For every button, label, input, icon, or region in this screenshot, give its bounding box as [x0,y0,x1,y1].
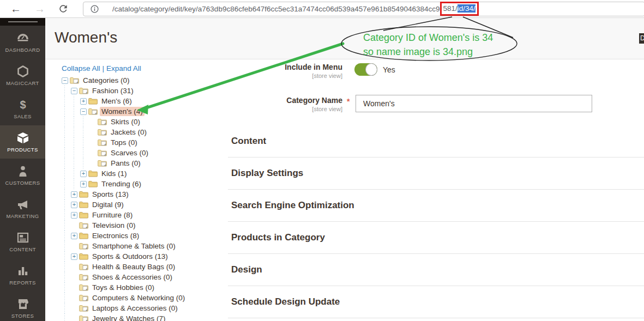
tree-node-label[interactable]: Furniture (8) [91,210,134,220]
tree-guide-line [62,282,71,293]
sidebar-item-products[interactable]: PRODUCTS [0,125,45,159]
expand-toggle-icon[interactable]: + [80,98,87,105]
section-search-engine-optimization[interactable]: Search Engine Optimization [228,190,644,222]
section-content[interactable]: Content [228,125,644,158]
products-icon [16,131,29,144]
tree-node-television-0: Television (0) [52,220,226,231]
sidebar-item-reports[interactable]: REPORTS [0,258,45,292]
tree-node-furniture-8: +Furniture (8) [52,210,226,220]
tree-node-sports-outdoors-13: +Sports & Outdoors (13) [52,251,226,262]
tree-node-scarves-0: Scarves (0) [52,148,226,158]
store-view-scope: [store view] [218,106,342,112]
sidebar-item-label: STORES [11,313,34,319]
tree-node-label[interactable]: Tops (0) [109,138,139,147]
tree-node-label[interactable]: Men's (6) [100,96,134,106]
tree-node-jackets-0: Jackets (0) [52,127,226,137]
sidebar-item-content[interactable]: CONTENT [0,225,45,258]
tree-node-label[interactable]: Pants (0) [109,159,142,168]
tree-node-label[interactable]: Jewelry & Watches (7) [91,314,167,321]
folder-closed-icon [79,211,88,219]
folder-open-icon [79,315,88,321]
sidebar-item-dashboard[interactable]: DASHBOARD [0,26,45,59]
tree-node-label[interactable]: Sports & Outdoors (13) [91,252,170,261]
tree-guide-line [62,127,71,137]
sidebar-item-sales[interactable]: $SALES [0,92,45,125]
tree-node-label[interactable]: Computers & Networking (0) [91,293,186,302]
section-title: Products in Category [231,232,325,243]
folder-open-icon [79,87,88,94]
tree-node-label[interactable]: Electronics (8) [91,231,141,240]
collapse-all-link[interactable]: Collapse All [62,64,100,72]
tree-node-label[interactable]: Women's (4) [100,107,145,116]
category-tree: Collapse All|Expand All −Categories (0)−… [52,64,226,321]
tree-guide-line [71,137,80,148]
sidebar-logo-strip [0,18,45,26]
tree-node-label[interactable]: Jackets (0) [109,128,148,137]
tree-node-label[interactable]: Fashion (31) [91,86,135,95]
sidebar-item-label: CONTENT [9,246,36,252]
expand-toggle-icon[interactable]: + [71,253,77,260]
tree-guide-line [62,199,71,210]
section-products-in-category[interactable]: Products in Category [228,222,644,254]
folder-open-icon [98,118,107,125]
tree-node-label[interactable]: Smartphone & Tablets (0) [91,241,177,251]
magento-category-edit-page: ← → /catalog/category/edit/key/a763db9c8… [0,0,644,321]
browser-forward-icon[interactable]: → [32,1,48,16]
section-display-settings[interactable]: Display Settings [228,158,644,190]
url-bar[interactable]: /catalog/category/edit/key/a763db9c86cfe… [83,2,644,16]
browser-back-icon[interactable]: ← [8,1,24,16]
tree-node-smartphone-tablets-0: Smartphone & Tablets (0) [52,241,226,251]
tree-node-label[interactable]: Digital (9) [91,200,125,209]
expand-toggle-icon[interactable]: + [80,181,87,187]
tree-node-sports-13: +Sports (13) [52,189,226,199]
tree-guide-line [62,137,71,148]
tree-node-label[interactable]: Skirts (0) [109,117,142,126]
sidebar-item-label: REPORTS [9,280,36,286]
tree-node-label[interactable]: Toys & Hobbies (0) [91,283,156,292]
tree-node-label[interactable]: Television (0) [91,221,137,230]
expand-toggle-icon[interactable]: + [71,212,77,219]
sidebar-item-stores[interactable]: STORES [0,292,45,321]
delete-button-partial[interactable]: D [639,33,644,44]
collapse-toggle-icon[interactable]: − [80,108,87,115]
category-name-input[interactable] [356,95,592,112]
expand-toggle-icon[interactable]: + [71,233,77,239]
include-in-menu-toggle[interactable] [354,63,377,76]
sidebar-item-marketing[interactable]: MARKETING [0,192,45,225]
tree-node-digital-9: +Digital (9) [52,199,226,210]
tree-node-label[interactable]: Sports (13) [91,190,130,199]
tree-guide-line [62,158,71,168]
expand-toggle-icon[interactable]: + [80,171,87,177]
tree-node-kids-1: +Kids (1) [52,168,226,179]
tree-node-fashion-31: −Fashion (31) [52,86,226,96]
section-design[interactable]: Design [228,254,644,286]
expand-toggle-icon[interactable]: + [71,191,77,198]
url-text[interactable]: /catalog/category/edit/key/a763db9c86cfe… [112,5,479,13]
tree-guide-line [62,241,71,251]
section-schedule-design-update[interactable]: Schedule Design Update [228,286,644,318]
folder-open-icon [79,243,88,250]
tree-guide-line [62,220,71,231]
tree-node-label[interactable]: Laptops & Accessories (0) [91,304,179,313]
section-title: Display Settings [231,168,303,179]
folder-open-icon [98,129,107,136]
browser-reload-icon[interactable] [58,3,69,14]
sidebar-item-magiccart[interactable]: MAGICCART [0,59,45,92]
tree-node-label[interactable]: Health & Beauty Bags (0) [91,262,177,271]
expand-all-link[interactable]: Expand All [106,64,141,72]
tree-node-label[interactable]: Kids (1) [100,169,129,178]
tree-node-shoes-accessories-0: Shoes & Accessories (0) [52,272,226,282]
sidebar-item-customers[interactable]: CUSTOMERS [0,159,45,192]
folder-closed-icon [79,232,88,239]
collapse-toggle-icon[interactable]: − [62,77,68,84]
page-title: Women's [55,29,117,46]
expand-toggle-icon[interactable]: + [71,202,77,208]
collapse-toggle-icon[interactable]: − [71,88,77,94]
info-icon[interactable] [90,4,99,14]
sidebar-item-label: DASHBOARD [5,47,40,53]
tree-node-label[interactable]: Scarves (0) [109,148,150,158]
tree-node-label[interactable]: Trending (6) [100,179,143,189]
tree-node-label[interactable]: Categories (0) [81,76,131,85]
admin-sidebar: DASHBOARDMAGICCART$SALESPRODUCTSCUSTOMER… [0,18,45,321]
tree-node-label[interactable]: Shoes & Accessories (0) [91,272,174,282]
